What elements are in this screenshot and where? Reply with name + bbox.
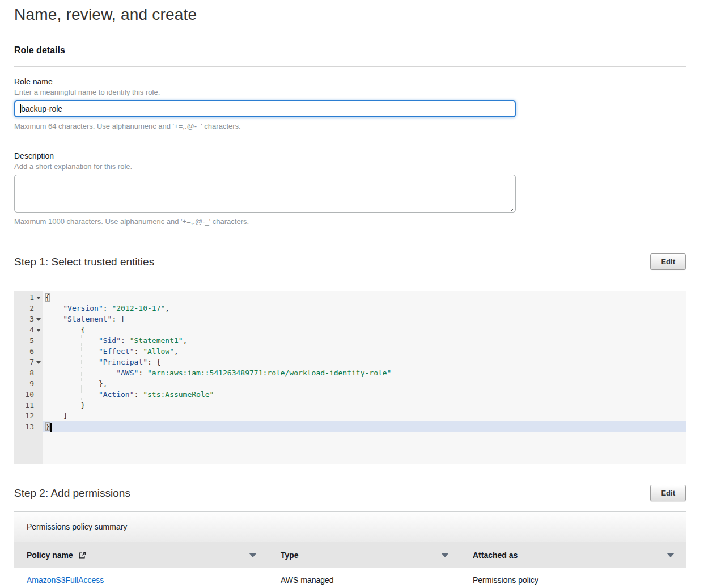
code-line: ] (43, 411, 686, 421)
section-divider (14, 66, 686, 67)
column-header-attached-as: Attached as (460, 542, 686, 568)
json-punctuation: : (103, 304, 112, 312)
gutter-line-number: 1 (14, 292, 43, 303)
editor-gutter: 12345678910111213 (14, 291, 43, 464)
code-line: "Version": "2012-10-17", (43, 303, 686, 314)
indent-guide (63, 389, 80, 400)
indent-guide (63, 367, 80, 378)
role-name-label: Role name (14, 77, 686, 86)
indent-guide (63, 400, 80, 411)
fold-toggle-icon[interactable] (36, 361, 41, 364)
indent-guide (81, 389, 99, 400)
json-punctuation: , (183, 336, 188, 345)
permissions-table-body: AmazonS3FullAccessAWS managedPermissions… (14, 568, 686, 588)
indent-guide (81, 357, 99, 367)
policy-type-cell: AWS managed (268, 576, 460, 585)
json-key: "Action" (99, 390, 134, 399)
column-header-policy-name: Policy name (14, 542, 268, 568)
json-string: "arn:aws:iam::541263489771:role/workload… (147, 369, 391, 377)
gutter-line-number: 3 (14, 314, 43, 324)
code-line: { (43, 324, 686, 335)
step1-heading: Step 1: Select trusted entities (14, 256, 154, 268)
editor-code-area[interactable]: {"Version": "2012-10-17","Statement": [{… (43, 291, 686, 464)
column-header-type: Type (268, 542, 460, 568)
column-header-label: Policy name (27, 551, 86, 560)
json-punctuation: : [ (112, 315, 125, 323)
gutter-line-number: 13 (14, 421, 43, 432)
column-filter-caret-icon[interactable] (667, 553, 675, 557)
policy-name-link[interactable]: AmazonS3FullAccess (27, 576, 104, 585)
column-header-label: Type (281, 551, 299, 560)
indent-guide (45, 314, 63, 324)
json-key: "Effect" (99, 347, 134, 356)
fold-toggle-icon[interactable] (36, 297, 41, 299)
gutter-line-number: 4 (14, 324, 43, 335)
gutter-line-number: 5 (14, 335, 43, 346)
role-name-group: Role name Enter a meaningful name to ide… (14, 77, 686, 130)
gutter-line-number: 7 (14, 357, 43, 367)
column-filter-caret-icon[interactable] (249, 553, 257, 557)
json-punctuation: : (134, 390, 143, 399)
json-punctuation: } (81, 401, 86, 409)
gutter-line-number: 11 (14, 400, 43, 411)
indent-guide (45, 411, 63, 421)
indent-guide (45, 303, 63, 314)
indent-guide (81, 367, 99, 378)
json-punctuation: : (121, 336, 130, 345)
code-line: "Statement": [ (43, 314, 686, 324)
step2-edit-button[interactable]: Edit (650, 485, 686, 501)
json-key: "AWS" (116, 369, 138, 377)
indent-guide (45, 324, 63, 335)
step1-header-row: Step 1: Select trusted entities Edit (14, 253, 686, 270)
indent-guide (45, 378, 63, 389)
gutter-line-number: 12 (14, 411, 43, 421)
json-punctuation: : (134, 347, 143, 356)
step2-heading: Step 2: Add permissions (14, 487, 130, 500)
step1-edit-button[interactable]: Edit (650, 253, 686, 270)
code-line: "AWS": "arn:aws:iam::541263489771:role/w… (43, 367, 686, 378)
json-key: "Sid" (99, 336, 121, 345)
indent-guide (45, 357, 63, 367)
code-line: { (43, 292, 686, 303)
json-key: "Version" (63, 304, 103, 312)
gutter-line-number: 8 (14, 367, 43, 378)
gutter-line-number: 9 (14, 378, 43, 389)
attached-as-cell: Permissions policy (460, 576, 686, 585)
role-name-input[interactable] (14, 100, 516, 117)
code-line: "Effect": "Allow", (43, 346, 686, 357)
indent-guide (45, 389, 63, 400)
step2-header-row: Step 2: Add permissions Edit (14, 485, 686, 501)
json-punctuation: : (138, 369, 147, 377)
json-punctuation: , (165, 304, 169, 312)
json-string: "Allow" (143, 347, 174, 356)
trust-policy-code-editor[interactable]: 12345678910111213 {"Version": "2012-10-1… (14, 291, 686, 464)
role-name-constraint: Maximum 64 characters. Use alphanumeric … (14, 122, 686, 130)
description-textarea[interactable] (14, 175, 516, 213)
role-details-heading: Role details (14, 45, 686, 56)
permissions-table-header: Policy nameTypeAttached as (14, 542, 686, 568)
json-string: "sts:AssumeRole" (143, 390, 214, 399)
json-punctuation: } (45, 422, 50, 431)
json-key: "Principal" (99, 358, 147, 366)
table-row: AmazonS3FullAccessAWS managedPermissions… (14, 568, 686, 588)
description-constraint: Maximum 1000 characters. Use alphanumeri… (14, 217, 686, 226)
column-filter-caret-icon[interactable] (441, 553, 449, 557)
indent-guide (81, 346, 99, 357)
gutter-line-number: 10 (14, 389, 43, 400)
description-label: Description (14, 151, 686, 160)
permissions-panel-title: Permissions policy summary (14, 512, 686, 542)
code-line: } (43, 421, 686, 432)
indent-guide (63, 346, 80, 357)
code-line: "Principal": { (43, 357, 686, 367)
permissions-panel: Permissions policy summary Policy nameTy… (14, 511, 686, 588)
indent-guide (63, 335, 80, 346)
description-group: Description Add a short explanation for … (14, 151, 686, 226)
page: Name, review, and create Role details Ro… (0, 0, 704, 588)
fold-toggle-icon[interactable] (36, 329, 41, 332)
column-header-label: Attached as (473, 551, 518, 560)
fold-toggle-icon[interactable] (36, 318, 41, 321)
indent-guide (45, 335, 63, 346)
role-name-input-wrap (14, 100, 516, 117)
indent-guide (63, 324, 80, 335)
gutter-line-number: 6 (14, 346, 43, 357)
